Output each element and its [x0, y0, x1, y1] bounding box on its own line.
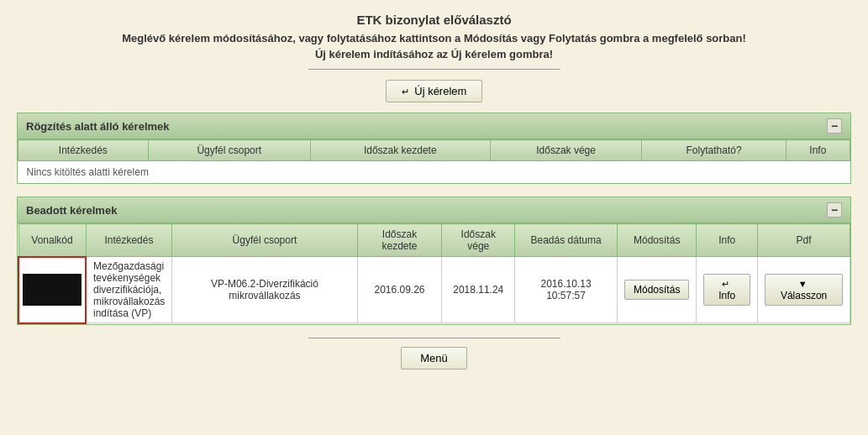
section-beadott-body: Vonalkód Intézkedés Ügyfél csoport Idősz…: [17, 223, 851, 325]
info-button[interactable]: ↵ Info: [703, 274, 750, 306]
info-button-label: Info: [718, 290, 735, 301]
beadott-header-row: Vonalkód Intézkedés Ügyfél csoport Idősz…: [18, 224, 850, 257]
section-beadott-header: Beadott kérelmek −: [17, 197, 851, 223]
section-rogzites: Rögzítés alatt álló kérelmek − Intézkedé…: [17, 113, 851, 184]
pdf-button-label: Válasszon: [781, 290, 827, 301]
page-subtitle1: Meglévő kérelem módosításához, vagy foly…: [17, 32, 851, 45]
modositas-cell: Módosítás: [618, 257, 697, 323]
section-rogzites-title: Rögzítés alatt álló kérelmek: [26, 120, 170, 133]
col-idoszakkezdeB: Időszak kezdete: [357, 224, 442, 257]
rogzites-table: Intézkedés Ügyfél csoport Időszak kezdet…: [18, 139, 850, 183]
pdf-cell: ▼ Válasszon: [758, 257, 850, 323]
col-vonalkod: Vonalkód: [18, 224, 86, 257]
col-intezkedesR: Intézkedés: [18, 140, 149, 161]
menu-button[interactable]: Menü: [401, 347, 467, 369]
pdf-button[interactable]: ▼ Válasszon: [765, 274, 843, 306]
col-infoR: Info: [786, 140, 850, 161]
section-beadott-title: Beadott kérelmek: [26, 204, 117, 217]
col-ugyfelB: Ügyfél csoport: [172, 224, 357, 257]
new-request-arrow-icon: ↵: [402, 86, 409, 97]
section-rogzites-header: Rögzítés alatt álló kérelmek −: [17, 113, 851, 139]
rogzites-empty-row: Nincs kitöltés alatti kérelem: [18, 161, 850, 184]
page-title: ETK bizonylat előválasztó: [17, 13, 851, 27]
bottom-area: Menü: [17, 347, 851, 369]
rogzites-empty-message: Nincs kitöltés alatti kérelem: [18, 161, 850, 184]
col-idoszakvegeB: Időszak vége: [442, 224, 515, 257]
beadasdatuma-cell: 2016.10.13 10:57:57: [515, 257, 618, 323]
col-infoB: Info: [697, 224, 758, 257]
vonalkod-cell: [18, 257, 86, 323]
section-beadott-toggle[interactable]: −: [827, 202, 842, 218]
page-wrapper: ETK bizonylat előválasztó Meglévő kérele…: [0, 0, 868, 435]
col-folytathatoR: Folytatható?: [642, 140, 786, 161]
barcode-image: [23, 274, 82, 306]
col-beadasdatuma: Beadás dátuma: [515, 224, 618, 257]
modositas-button[interactable]: Módosítás: [624, 280, 689, 300]
page-subtitle2: Új kérelem indításához az Új kérelem gom…: [17, 48, 851, 60]
bottom-divider: [308, 338, 560, 338]
top-divider: [308, 69, 560, 70]
new-request-label: Új kérelem: [414, 85, 466, 97]
table-row: Mezőgazdaságitevékenységekdiverzifikáció…: [18, 257, 850, 323]
info-arrow-icon: ↵: [722, 279, 729, 289]
new-request-button[interactable]: ↵ Új kérelem: [386, 80, 483, 102]
section-beadott: Beadott kérelmek − Vonalkód Intézkedés Ü…: [17, 197, 851, 325]
pdf-dropdown-icon: ▼: [798, 279, 808, 289]
ugyfelB-cell: VP-M06.2-Diverzifikáció mikrovállakozás: [172, 257, 357, 323]
col-modositas: Módosítás: [618, 224, 697, 257]
intezkedesB-cell: Mezőgazdaságitevékenységekdiverzifikáció…: [86, 257, 172, 323]
new-request-area: ↵ Új kérelem: [17, 80, 851, 102]
rogzites-header-row: Intézkedés Ügyfél csoport Időszak kezdet…: [18, 140, 850, 161]
beadott-table: Vonalkód Intézkedés Ügyfél csoport Idősz…: [18, 223, 850, 324]
section-rogzites-body: Intézkedés Ügyfél csoport Időszak kezdet…: [17, 139, 851, 184]
col-idoszakvegeR: Időszak vége: [490, 140, 642, 161]
infoB-cell: ↵ Info: [697, 257, 758, 323]
idoszakvegeB-cell: 2018.11.24: [442, 257, 515, 323]
col-ugyfelR: Ügyfél csoport: [148, 140, 310, 161]
col-pdf: Pdf: [758, 224, 850, 257]
idoszakkezdeB-cell: 2016.09.26: [357, 257, 442, 323]
col-intezkedesB: Intézkedés: [86, 224, 172, 257]
col-idoszakkezdeR: Időszak kezdete: [310, 140, 490, 161]
section-rogzites-toggle[interactable]: −: [827, 118, 842, 134]
